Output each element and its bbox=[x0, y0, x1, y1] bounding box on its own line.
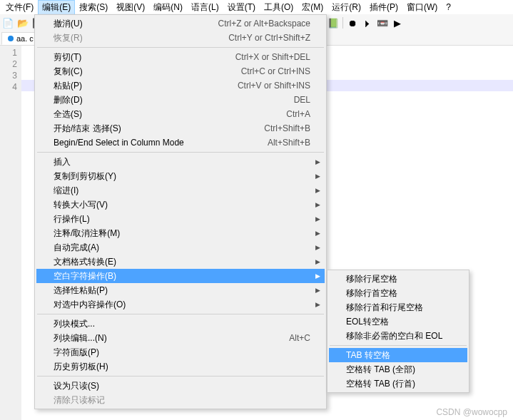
edit-menu-item-1: 恢复(R)Ctrl+Y or Ctrl+Shift+Z bbox=[36, 31, 325, 45]
menu-item-label: 字符面版(P) bbox=[54, 347, 310, 359]
menu-item-accelerator: Ctrl+Y or Ctrl+Shift+Z bbox=[228, 33, 310, 43]
menu-item-label: 转换大小写(V) bbox=[54, 199, 305, 211]
edit-menu-item-25[interactable]: 字符面版(P) bbox=[36, 345, 325, 359]
menu-item-label: 移除行首和行尾空格 bbox=[346, 302, 453, 314]
edit-menu-item-14[interactable]: 转换大小写(V) bbox=[36, 198, 325, 212]
blank-ops-submenu: 移除行尾空格移除行首空格移除行首和行尾空格EOL转空格移除非必需的空白和 EOL… bbox=[327, 270, 469, 393]
blank-ops-item-1[interactable]: 移除行首空格 bbox=[329, 286, 467, 300]
menu-item-8[interactable]: 宏(M) bbox=[298, 0, 327, 15]
edit-menu-item-3[interactable]: 剪切(T)Ctrl+X or Shift+DEL bbox=[36, 50, 325, 64]
menu-item-label: 恢复(R) bbox=[54, 32, 228, 44]
edit-menu-item-20[interactable]: 选择性粘贴(P) bbox=[36, 283, 325, 297]
line-number: 4 bbox=[0, 81, 17, 93]
menu-item-label: 选择性粘贴(P) bbox=[54, 285, 305, 297]
menu-item-2[interactable]: 搜索(S) bbox=[75, 0, 112, 15]
toolbar-button-24[interactable]: ▶ bbox=[391, 16, 404, 29]
menu-item-label: 历史剪切板(H) bbox=[54, 361, 310, 373]
toolbar-button-22[interactable]: ⏵ bbox=[361, 16, 374, 29]
blank-ops-item-3[interactable]: EOL转空格 bbox=[329, 314, 467, 329]
tab-status-icon bbox=[8, 36, 14, 41]
edit-menu-item-16[interactable]: 注释/取消注释(M) bbox=[36, 226, 325, 240]
menu-item-label: Begin/End Select in Column Mode bbox=[54, 138, 268, 148]
menu-item-accelerator: Ctrl+C or Ctrl+INS bbox=[241, 66, 310, 76]
menu-item-label: 列块模式... bbox=[54, 318, 310, 330]
edit-menu-item-26[interactable]: 历史剪切板(H) bbox=[36, 359, 325, 374]
menu-item-11[interactable]: 窗口(W) bbox=[402, 0, 442, 15]
edit-menu-item-24[interactable]: 列块编辑...(N)Alt+C bbox=[36, 331, 325, 345]
edit-menu-item-4[interactable]: 复制(C)Ctrl+C or Ctrl+INS bbox=[36, 64, 325, 78]
menu-item-label: 剪切(T) bbox=[54, 51, 235, 63]
menu-item-label: 注释/取消注释(M) bbox=[54, 227, 305, 240]
edit-menu-item-15[interactable]: 行操作(L) bbox=[36, 212, 325, 226]
blank-ops-item-2[interactable]: 移除行首和行尾空格 bbox=[329, 300, 467, 314]
blank-ops-item-4[interactable]: 移除非必需的空白和 EOL bbox=[329, 329, 467, 343]
edit-menu-separator bbox=[37, 376, 324, 377]
menu-item-label: 复制到剪切板(Y) bbox=[54, 170, 305, 183]
menu-item-accelerator: Ctrl+A bbox=[286, 109, 310, 119]
toolbar-button-0[interactable]: 📄 bbox=[1, 16, 14, 29]
toolbar-button-21[interactable]: ⏺ bbox=[346, 16, 359, 29]
menu-item-label: 列块编辑...(N) bbox=[54, 332, 289, 344]
menu-item-label: 空白字符操作(B) bbox=[54, 270, 305, 282]
toolbar-button-20[interactable]: 📗 bbox=[327, 16, 340, 29]
line-number: 1 bbox=[0, 47, 17, 58]
edit-menu-item-18[interactable]: 文档格式转换(E) bbox=[36, 255, 325, 269]
menu-item-10[interactable]: 插件(P) bbox=[365, 0, 402, 15]
menu-item-label: 插入 bbox=[54, 156, 305, 168]
menu-item-1[interactable]: 编辑(E) bbox=[38, 0, 75, 15]
menu-item-accelerator: Ctrl+V or Shift+INS bbox=[238, 81, 310, 91]
menu-item-label: 删除(D) bbox=[54, 94, 294, 106]
menu-item-label: 清除只读标记 bbox=[54, 394, 310, 406]
edit-menu-item-0[interactable]: 撤消(U)Ctrl+Z or Alt+Backspace bbox=[36, 16, 325, 31]
menu-item-label: 撤消(U) bbox=[54, 18, 218, 30]
blank-ops-item-7[interactable]: 空格转 TAB (全部) bbox=[329, 362, 467, 377]
menu-item-label: 设为只读(S) bbox=[54, 380, 310, 392]
edit-menu-item-6[interactable]: 删除(D)DEL bbox=[36, 93, 325, 107]
edit-menu-item-28[interactable]: 设为只读(S) bbox=[36, 379, 325, 393]
blank-ops-separator bbox=[330, 345, 467, 346]
edit-menu-item-9[interactable]: Begin/End Select in Column ModeAlt+Shift… bbox=[36, 135, 325, 150]
menu-item-4[interactable]: 编码(N) bbox=[149, 0, 187, 15]
menu-item-6[interactable]: 设置(T) bbox=[223, 0, 260, 15]
edit-menu-separator bbox=[37, 314, 324, 314]
edit-menu-item-7[interactable]: 全选(S)Ctrl+A bbox=[36, 107, 325, 121]
menu-item-label: 自动完成(A) bbox=[54, 242, 305, 254]
menu-item-label: 行操作(L) bbox=[54, 213, 305, 225]
edit-menu-item-21[interactable]: 对选中内容操作(O) bbox=[36, 297, 325, 312]
line-number: 3 bbox=[0, 70, 17, 81]
menu-item-7[interactable]: 工具(O) bbox=[260, 0, 298, 15]
menu-item-12[interactable]: ? bbox=[442, 1, 455, 14]
edit-menu-item-23[interactable]: 列块模式... bbox=[36, 317, 325, 331]
blank-ops-item-0[interactable]: 移除行尾空格 bbox=[329, 272, 467, 286]
edit-menu-item-5[interactable]: 粘贴(P)Ctrl+V or Shift+INS bbox=[36, 78, 325, 93]
tab-label: aa. c bbox=[16, 34, 34, 43]
toolbar-separator bbox=[342, 17, 343, 29]
edit-menu-separator bbox=[37, 152, 324, 153]
menu-item-label: 文档格式转换(E) bbox=[54, 256, 305, 268]
edit-menu-item-17[interactable]: 自动完成(A) bbox=[36, 240, 325, 255]
blank-ops-item-6[interactable]: TAB 转空格 bbox=[329, 348, 467, 362]
edit-menu-item-19[interactable]: 空白字符操作(B) bbox=[36, 269, 325, 283]
menu-item-label: EOL转空格 bbox=[346, 316, 453, 328]
toolbar-button-23[interactable]: 📼 bbox=[376, 16, 389, 29]
menu-item-accelerator: DEL bbox=[294, 95, 310, 105]
edit-menu-item-13[interactable]: 缩进(I) bbox=[36, 183, 325, 198]
edit-menu-item-8[interactable]: 开始/结束 选择(S)Ctrl+Shift+B bbox=[36, 121, 325, 135]
menubar: 文件(F)编辑(E)搜索(S)视图(V)编码(N)语言(L)设置(T)工具(O)… bbox=[0, 0, 513, 14]
menu-item-label: 全选(S) bbox=[54, 108, 286, 121]
toolbar-button-1[interactable]: 📂 bbox=[16, 16, 29, 29]
menu-item-3[interactable]: 视图(V) bbox=[112, 0, 149, 15]
menu-item-accelerator: Ctrl+Shift+B bbox=[264, 123, 310, 133]
edit-menu-item-12[interactable]: 复制到剪切板(Y) bbox=[36, 169, 325, 183]
edit-menu-separator bbox=[37, 47, 324, 48]
menu-item-label: 移除行尾空格 bbox=[346, 273, 453, 285]
watermark: CSDN @wowocpp bbox=[436, 407, 507, 417]
menu-item-0[interactable]: 文件(F) bbox=[1, 0, 38, 15]
menu-item-label: 移除行首空格 bbox=[346, 287, 453, 299]
blank-ops-item-8[interactable]: 空格转 TAB (行首) bbox=[329, 377, 467, 391]
menu-item-5[interactable]: 语言(L) bbox=[187, 0, 223, 15]
menu-item-9[interactable]: 运行(R) bbox=[327, 0, 365, 15]
line-number-gutter: 1234 bbox=[0, 46, 21, 420]
menu-item-accelerator: Alt+Shift+B bbox=[268, 138, 310, 148]
edit-menu-item-11[interactable]: 插入 bbox=[36, 155, 325, 169]
